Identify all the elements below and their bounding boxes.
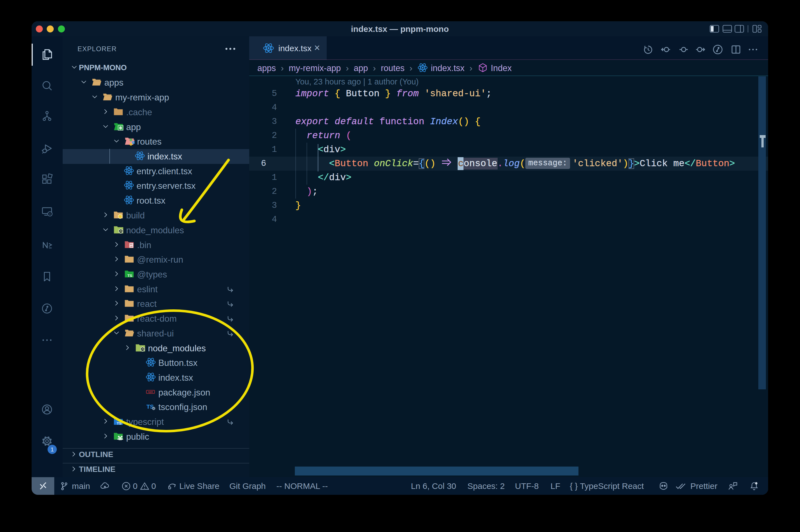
svg-text:npm: npm (148, 391, 153, 393)
svg-text:TS: TS (128, 273, 132, 278)
svg-text:JS: JS (119, 230, 122, 233)
svg-text:10: 10 (130, 246, 133, 248)
svg-text:TS: TS (146, 403, 154, 410)
svg-text:JS: JS (141, 348, 144, 351)
svg-text:TS: TS (117, 421, 121, 425)
svg-text:×: × (49, 212, 51, 216)
